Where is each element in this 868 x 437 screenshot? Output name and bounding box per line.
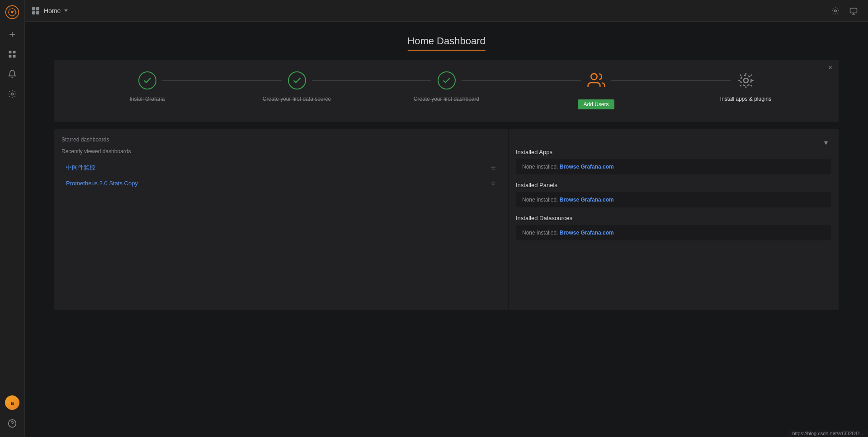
installed-panels-section: Installed Panels None installed. Browse … <box>516 182 831 207</box>
svg-rect-10 <box>9 51 12 54</box>
sidebar-item-help[interactable] <box>0 414 24 433</box>
grid-icon <box>32 7 39 14</box>
step-3-label: Create your first dashboard <box>414 96 479 102</box>
url-text: https://blog.csdn.net/a1332841... <box>792 431 864 436</box>
step-5-label: Install apps & plugins <box>720 96 771 102</box>
installed-panels-browse-link[interactable]: Browse Grafana.com <box>560 197 614 203</box>
installed-apps-title: Installed Apps <box>516 149 831 155</box>
dashboard-name-prometheus: Prometheus 2.0 Stats Copy <box>66 180 138 187</box>
svg-rect-18 <box>850 8 857 13</box>
users-icon <box>586 70 606 90</box>
sidebar-bottom: a <box>0 395 24 433</box>
sidebar: a <box>0 0 25 437</box>
steps-row: Install Grafana Create your first data s… <box>72 70 821 109</box>
installed-apps-none-text: None installed. <box>522 164 558 170</box>
step-add-users: Add Users <box>521 70 671 109</box>
installed-datasources-title: Installed Datasources <box>516 215 831 221</box>
user-avatar[interactable]: a <box>5 395 19 410</box>
scroll-indicator: ▾ <box>516 136 831 149</box>
main-content: Home Home Dashboard <box>25 0 868 437</box>
dashboard-body: Starred dashboards Recently viewed dashb… <box>54 129 839 310</box>
svg-point-23 <box>741 75 751 85</box>
sidebar-item-create[interactable] <box>0 24 24 44</box>
installed-apps-row: None installed. Browse Grafana.com <box>516 159 831 174</box>
step-2-label: Create your first data source <box>263 96 331 102</box>
step-2-icon <box>287 70 307 90</box>
page-header: Home Dashboard <box>25 22 868 60</box>
dashboard-item-prometheus[interactable]: Prometheus 2.0 Stats Copy ☆ <box>61 176 500 190</box>
sidebar-item-dashboards[interactable] <box>0 44 24 64</box>
getting-started-panel: × Install Grafana <box>54 60 839 122</box>
home-nav[interactable]: Home <box>32 7 68 14</box>
right-panel: ▾ Installed Apps None installed. Browse … <box>509 129 839 310</box>
step-install-plugins: Install apps & plugins <box>671 70 821 102</box>
step-create-datasource: Create your first data source <box>222 70 372 102</box>
star-icon-zhongjian[interactable]: ☆ <box>491 164 496 171</box>
installed-datasources-browse-link[interactable]: Browse Grafana.com <box>560 230 614 236</box>
check-icon-1 <box>138 71 156 89</box>
scroll-down-icon: ▾ <box>824 138 828 147</box>
recently-viewed-title: Recently viewed dashboards <box>61 148 500 155</box>
topbar: Home <box>25 0 868 22</box>
step-create-dashboard: Create your first dashboard <box>372 70 521 102</box>
close-button[interactable]: × <box>828 64 832 71</box>
settings-button[interactable] <box>828 4 843 18</box>
installed-datasources-section: Installed Datasources None installed. Br… <box>516 215 831 240</box>
check-icon-3 <box>438 71 456 89</box>
grafana-logo[interactable] <box>4 4 21 21</box>
installed-apps-section: Installed Apps None installed. Browse Gr… <box>516 149 831 174</box>
dashboard-name-zhongjian: 中间件监控 <box>66 164 95 172</box>
installed-panels-none-text: None installed. <box>522 197 558 203</box>
url-bar: https://blog.csdn.net/a1332841... <box>788 430 868 437</box>
star-icon-prometheus[interactable]: ☆ <box>491 180 496 187</box>
starred-title: Starred dashboards <box>61 136 500 143</box>
plugins-icon <box>736 70 756 90</box>
step-install-grafana: Install Grafana <box>72 70 222 102</box>
page-content: Home Dashboard × Install Grafana <box>25 22 868 437</box>
step-1-icon <box>137 70 157 90</box>
svg-rect-13 <box>13 55 16 58</box>
step-3-icon <box>437 70 457 90</box>
installed-panels-row: None installed. Browse Grafana.com <box>516 192 831 207</box>
tv-mode-button[interactable] <box>846 4 861 18</box>
svg-point-22 <box>744 78 748 83</box>
check-icon-2 <box>288 71 306 89</box>
page-title: Home Dashboard <box>407 35 485 51</box>
add-users-button[interactable]: Add Users <box>578 99 614 109</box>
topbar-actions <box>828 4 861 18</box>
svg-rect-11 <box>13 51 16 54</box>
chevron-down-icon <box>64 9 68 12</box>
step-1-label: Install Grafana <box>129 96 165 102</box>
svg-point-21 <box>591 74 597 80</box>
svg-point-17 <box>835 9 837 12</box>
dashboard-item-zhongjian[interactable]: 中间件监控 ☆ <box>61 160 500 175</box>
sidebar-item-configuration[interactable] <box>0 84 24 104</box>
installed-datasources-none-text: None installed. <box>522 230 558 236</box>
installed-apps-browse-link[interactable]: Browse Grafana.com <box>560 164 614 170</box>
svg-rect-12 <box>9 55 12 58</box>
sidebar-item-alerting[interactable] <box>0 64 24 84</box>
topbar-home-label: Home <box>44 7 61 14</box>
left-panel: Starred dashboards Recently viewed dashb… <box>54 129 508 310</box>
installed-datasources-row: None installed. Browse Grafana.com <box>516 225 831 240</box>
svg-point-14 <box>11 93 14 95</box>
installed-panels-title: Installed Panels <box>516 182 831 188</box>
